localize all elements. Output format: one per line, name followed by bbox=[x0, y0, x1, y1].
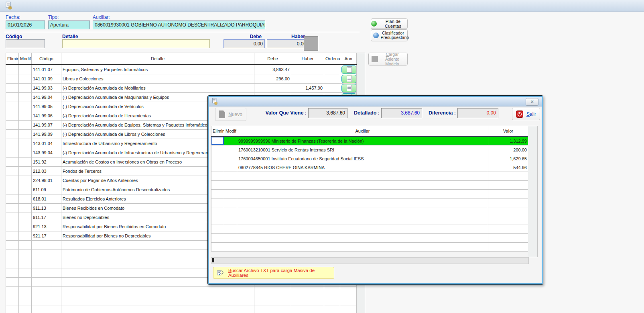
column-header-valor[interactable]: Valor bbox=[488, 126, 528, 137]
column-header-aux[interactable]: Aux bbox=[340, 53, 357, 65]
column-header-código[interactable]: Código bbox=[32, 53, 61, 65]
cell-modif[interactable] bbox=[19, 74, 32, 84]
detalle-input[interactable] bbox=[62, 39, 210, 48]
cell-elimin[interactable] bbox=[6, 231, 19, 241]
cell-elimin[interactable] bbox=[6, 167, 19, 176]
cell-modif[interactable] bbox=[19, 111, 32, 121]
codigo-input[interactable] bbox=[6, 39, 45, 48]
cell-modif[interactable] bbox=[19, 148, 32, 158]
salir-button[interactable]: Salir bbox=[512, 108, 540, 120]
cell-modif[interactable] bbox=[224, 145, 237, 154]
cell-elimin[interactable] bbox=[6, 194, 19, 204]
dialog-grid-vscrollbar[interactable] bbox=[528, 126, 538, 257]
cell-modif[interactable] bbox=[19, 204, 32, 213]
cell-elimin[interactable] bbox=[6, 204, 19, 213]
column-header-elimin[interactable]: Elimin bbox=[211, 126, 224, 137]
cell-elimin[interactable] bbox=[6, 102, 19, 111]
table-row[interactable]: 1760004650001 Instituto Ecuatoriano de S… bbox=[211, 154, 528, 163]
cell-elimin[interactable] bbox=[6, 74, 19, 84]
cell-ordenar[interactable] bbox=[324, 65, 340, 74]
table-row-empty[interactable] bbox=[211, 172, 528, 181]
table-row[interactable]: 141.01.09Libros y Colecciones296.00 bbox=[6, 74, 357, 84]
cell-ordenar[interactable] bbox=[324, 84, 340, 93]
column-header-modif[interactable]: Modif bbox=[224, 126, 237, 137]
cell-modif[interactable] bbox=[19, 65, 32, 74]
cell-modif[interactable] bbox=[19, 185, 32, 194]
table-row-empty[interactable] bbox=[211, 181, 528, 190]
cargar-asiento-modelo-button[interactable]: Cargar Asiento Modelo bbox=[368, 53, 408, 65]
cell-elimin[interactable] bbox=[6, 130, 19, 139]
cell-modif[interactable] bbox=[19, 139, 32, 148]
cell-elimin[interactable] bbox=[6, 121, 19, 130]
table-row-empty[interactable] bbox=[6, 287, 357, 296]
cell-modif[interactable] bbox=[19, 194, 32, 204]
cell-elimin[interactable] bbox=[6, 213, 19, 222]
cell-modif[interactable] bbox=[224, 154, 237, 163]
cell-modif[interactable] bbox=[19, 130, 32, 139]
fecha-field[interactable]: 01/01/2026 bbox=[6, 20, 45, 29]
add-row-button[interactable] bbox=[304, 36, 318, 51]
cell-modif[interactable] bbox=[19, 213, 32, 222]
table-row-empty[interactable] bbox=[211, 234, 528, 243]
cell-ordenar[interactable] bbox=[324, 74, 340, 84]
table-row-empty[interactable] bbox=[6, 296, 357, 305]
column-header-modif[interactable]: Modif bbox=[19, 53, 32, 65]
cell-elimin[interactable] bbox=[6, 111, 19, 121]
buscar-archivo-txt-button[interactable]: Buscar Archivo TXT para carga Masiva de … bbox=[213, 267, 334, 279]
cell-elimin[interactable] bbox=[211, 154, 224, 163]
column-header-auxiliar[interactable]: Auxiliar bbox=[237, 126, 488, 137]
cell-modif[interactable] bbox=[19, 176, 32, 185]
cell-elimin[interactable] bbox=[211, 163, 224, 172]
table-row[interactable]: 141.01.07Equipos, Sistemas y Paquetes In… bbox=[6, 65, 357, 74]
dialog-titlebar[interactable]: ✕ bbox=[209, 97, 542, 106]
cell-modif[interactable] bbox=[19, 121, 32, 130]
column-header-debe[interactable]: Debe bbox=[254, 53, 291, 65]
cell-elimin[interactable] bbox=[6, 139, 19, 148]
plan-de-cuentas-button[interactable]: Plan de Cuentas bbox=[371, 18, 408, 29]
aux-detail-button[interactable] bbox=[341, 65, 357, 74]
table-row[interactable]: 9999999999996 Ministerio de Finanzas (Te… bbox=[211, 136, 528, 145]
clasificador-presupuestario-button[interactable]: Clasificador Presupuestario bbox=[371, 29, 408, 41]
debe-input[interactable]: 0.00 bbox=[223, 39, 265, 48]
cell-elimin[interactable] bbox=[6, 148, 19, 158]
table-row-empty[interactable] bbox=[211, 243, 528, 252]
cell-modif[interactable] bbox=[19, 158, 32, 167]
cell-elimin[interactable] bbox=[6, 65, 19, 74]
cell-modif[interactable] bbox=[19, 222, 32, 231]
nuevo-button[interactable]: Nuevo bbox=[215, 108, 246, 121]
close-icon[interactable]: ✕ bbox=[526, 98, 538, 106]
table-row-empty[interactable] bbox=[211, 190, 528, 198]
aux-detail-button[interactable] bbox=[341, 84, 357, 92]
cell-elimin[interactable] bbox=[6, 84, 19, 93]
table-row[interactable]: 1760013210001 Servicio de Rentas Interna… bbox=[211, 145, 528, 154]
table-row[interactable]: 0802778845 RIOS CHERE GINA KARMINA544.96 bbox=[211, 163, 528, 172]
cell-modif[interactable] bbox=[224, 163, 237, 172]
cell-elimin[interactable] bbox=[6, 222, 19, 231]
column-header-detalle[interactable]: Detalle bbox=[61, 53, 254, 65]
cell-elimin[interactable] bbox=[211, 136, 224, 145]
table-row-empty[interactable] bbox=[211, 216, 528, 225]
cell-elimin[interactable] bbox=[6, 176, 19, 185]
cell-elimin[interactable] bbox=[6, 93, 19, 102]
column-header-ordenar[interactable]: Ordenar bbox=[324, 53, 340, 65]
hscroll-thumb[interactable] bbox=[212, 258, 214, 262]
tipo-field[interactable]: Apertura bbox=[48, 20, 90, 29]
column-header-haber[interactable]: Haber bbox=[291, 53, 324, 65]
cell-elimin[interactable] bbox=[211, 145, 224, 154]
table-row-empty[interactable] bbox=[211, 207, 528, 216]
cell-modif[interactable] bbox=[19, 102, 32, 111]
auxiliar-field[interactable]: 0860019930001 GOBIERNO AUTONOMO DESCENTR… bbox=[93, 20, 265, 29]
table-row-empty[interactable] bbox=[211, 225, 528, 234]
cell-elimin[interactable] bbox=[6, 158, 19, 167]
cell-elimin[interactable] bbox=[6, 185, 19, 194]
table-row-empty[interactable] bbox=[6, 305, 357, 313]
haber-input[interactable]: 0.00 bbox=[267, 39, 308, 48]
aux-detail-button[interactable] bbox=[341, 75, 357, 83]
cell-modif[interactable] bbox=[19, 93, 32, 102]
cell-modif[interactable] bbox=[19, 84, 32, 93]
cell-modif[interactable] bbox=[224, 136, 237, 145]
dialog-grid-hscrollbar[interactable] bbox=[211, 257, 529, 264]
table-row-empty[interactable] bbox=[211, 198, 528, 207]
table-row[interactable]: 141.99.03(-) Depreciación Acumulada de M… bbox=[6, 84, 357, 93]
column-header-elimin[interactable]: Elimin bbox=[6, 53, 19, 65]
